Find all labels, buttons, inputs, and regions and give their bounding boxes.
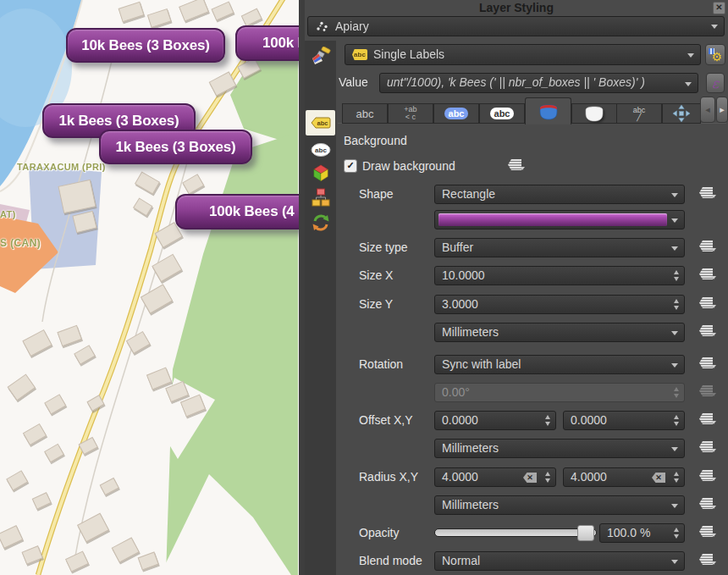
offset-y-spinbox[interactable]: 0.0000	[563, 411, 685, 430]
scroll-right-icon: ▸	[720, 104, 725, 115]
data-defined-override-button[interactable]	[508, 158, 525, 173]
data-defined-override-button[interactable]	[699, 412, 716, 427]
data-defined-override-button[interactable]	[699, 469, 716, 484]
tab-text[interactable]: abc	[342, 103, 388, 124]
value-label: Value	[339, 73, 368, 92]
tab-buffer[interactable]: abc	[433, 103, 479, 124]
sidebar-item-diagrams[interactable]	[306, 185, 335, 209]
map-canvas[interactable]: TARAXACUM (PRI) AT) S (CAN) 10k Bees (3 …	[0, 0, 299, 575]
map-label-text: 100k B	[262, 35, 299, 52]
radius-x-value: 4.0000	[442, 470, 478, 484]
place-label-at: AT)	[0, 209, 16, 219]
size-x-label: Size X	[359, 266, 393, 285]
epsilon-icon: ε	[712, 75, 719, 91]
sidebar-item-labels[interactable]: abc	[306, 110, 335, 135]
radius-y-spinbox[interactable]: 4.0000 ✕	[563, 467, 685, 487]
tab-scroll-left-button[interactable]: ◂	[700, 97, 715, 123]
tab-mask[interactable]: abc	[479, 103, 525, 124]
sidebar-item-history[interactable]	[306, 211, 335, 235]
data-defined-override-button[interactable]	[699, 240, 716, 254]
scroll-left-icon: ◂	[705, 104, 710, 115]
data-defined-override-button[interactable]	[699, 324, 716, 339]
radius-units-dropdown[interactable]: Millimeters	[434, 495, 685, 515]
data-defined-override-button[interactable]	[699, 440, 716, 455]
radius-label: Radius X,Y	[359, 467, 418, 487]
offset-y-value: 0.0000	[571, 413, 607, 427]
sidebar-item-masks[interactable]: abc	[306, 138, 335, 162]
data-defined-override-button[interactable]	[699, 525, 716, 539]
tab-shadow[interactable]	[571, 103, 617, 124]
tab-placement[interactable]	[662, 103, 701, 124]
value-expression-dropdown[interactable]: unt"/1000), 'k Bees (' || nbr_of_boxes |…	[379, 73, 698, 93]
size-type-dropdown[interactable]: Buffer	[434, 238, 685, 257]
automated-placement-button[interactable]: ⚙	[705, 44, 725, 65]
panel-splitter[interactable]	[299, 0, 305, 575]
map-label-text: 100k Bees (4 Boxe	[209, 203, 299, 220]
data-defined-override-button[interactable]	[699, 268, 716, 282]
tab-callouts[interactable]: abc╱	[616, 103, 662, 124]
shape-label: Shape	[359, 185, 393, 204]
rotation-mode-dropdown[interactable]: Sync with label	[434, 355, 685, 374]
label-mode-dropdown[interactable]: abc Single Labels	[345, 44, 701, 65]
opacity-spinbox[interactable]: 100.0 %	[599, 523, 685, 543]
labels-icon: abc	[310, 115, 332, 130]
size-y-spinbox[interactable]: 3.0000	[434, 295, 685, 314]
clear-value-icon[interactable]: ✕	[523, 473, 537, 483]
diagram-icon	[311, 187, 331, 207]
expression-text: unt"/1000), 'k Bees (' || nbr_of_boxes |…	[387, 75, 645, 89]
data-defined-override-button[interactable]	[699, 296, 716, 311]
opacity-slider-handle[interactable]	[577, 525, 594, 541]
place-label-taraxacum: TARAXACUM (PRI)	[17, 162, 106, 172]
radius-x-spinbox[interactable]: 4.0000 ✕	[434, 467, 556, 487]
data-defined-override-button[interactable]	[699, 553, 716, 567]
tab-formatting[interactable]: +ab< c	[388, 103, 433, 124]
placement-arrows-icon	[672, 104, 691, 123]
fill-color-swatch	[438, 213, 667, 226]
size-x-spinbox[interactable]: 10.0000	[434, 266, 685, 285]
opacity-slider[interactable]	[434, 528, 597, 537]
offset-x-spinbox[interactable]: 0.0000	[434, 411, 556, 430]
size-units-dropdown[interactable]: Millimeters	[434, 323, 685, 342]
layer-selector-value: Apiary	[335, 18, 369, 36]
fill-color-dropdown[interactable]	[434, 210, 685, 229]
gear-icon: ⚙	[712, 50, 723, 64]
label-mode-value: Single Labels	[373, 46, 444, 64]
radius-units-value: Millimeters	[442, 498, 499, 511]
map-basemap	[0, 0, 299, 575]
offset-units-dropdown[interactable]: Millimeters	[434, 439, 685, 458]
tab-background[interactable]	[525, 97, 571, 124]
place-label-can: S (CAN)	[0, 237, 41, 249]
sidebar-item-3d-view[interactable]	[306, 161, 335, 185]
data-defined-override-button[interactable]	[699, 186, 716, 201]
map-label-bubble: 100k B	[235, 25, 299, 61]
blend-mode-dropdown[interactable]: Normal	[434, 551, 685, 571]
tab-scroll-right-button[interactable]: ▸	[716, 97, 728, 123]
sidebar-item-symbology[interactable]	[306, 45, 335, 69]
rotation-angle-value: 0.00°	[442, 385, 470, 399]
expression-builder-button[interactable]: ε	[706, 73, 725, 93]
layer-styling-panel: Layer Styling ✕ Apiary	[305, 0, 728, 575]
clear-value-icon[interactable]: ✕	[652, 473, 665, 483]
map-label-bubble: 100k Bees (4 Boxe	[175, 194, 299, 229]
data-defined-override-button[interactable]	[699, 357, 716, 371]
mask-abc-icon: abc	[310, 142, 332, 158]
map-label-text: 1k Bees (3 Boxes)	[58, 113, 179, 130]
draw-background-label: Draw background	[362, 157, 455, 176]
shape-dropdown[interactable]: Rectangle	[434, 185, 685, 204]
qgis-window: TARAXACUM (PRI) AT) S (CAN) 10k Bees (3 …	[0, 0, 728, 575]
paintbrush-icon	[311, 47, 331, 67]
size-type-label: Size type	[359, 238, 408, 257]
opacity-label: Opacity	[359, 523, 399, 543]
draw-background-checkbox[interactable]: ✓	[344, 159, 357, 173]
size-x-value: 10.0000	[442, 268, 485, 282]
history-arrows-icon	[311, 213, 331, 233]
radius-y-value: 4.0000	[571, 470, 607, 484]
layer-selector[interactable]: Apiary	[307, 16, 725, 36]
opacity-value: 100.0 %	[607, 526, 650, 539]
offset-label: Offset X,Y	[359, 411, 413, 430]
size-y-value: 3.0000	[442, 297, 478, 311]
shadow-shield-icon	[584, 105, 604, 122]
close-icon[interactable]: ✕	[713, 2, 725, 14]
data-defined-override-button[interactable]	[699, 497, 716, 511]
blend-mode-label: Blend mode	[359, 551, 422, 571]
